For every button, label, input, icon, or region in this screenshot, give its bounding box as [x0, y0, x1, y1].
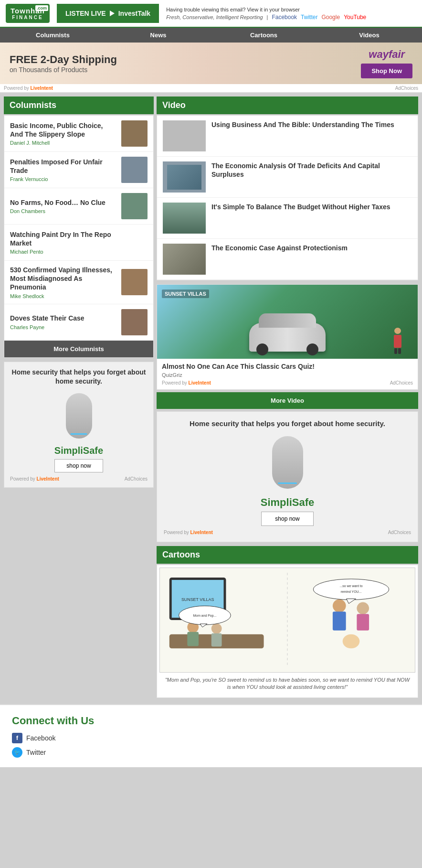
columnist-title: 530 Confirmed Vaping Illnesses, Most Mis… [10, 266, 117, 292]
facebook-label: Facebook [26, 734, 55, 742]
shop-now-left-button[interactable]: shop now [54, 459, 103, 472]
shop-now-button[interactable]: Shop Now [361, 64, 412, 78]
cartoon-image[interactable]: SUNSET VILLAS Mom and Pop... [159, 568, 415, 673]
columnist-avatar-empty [121, 229, 148, 256]
video-section: Video Using Business And The Bible: Unde… [157, 96, 418, 280]
columnist-name: Mike Shedlock [10, 293, 117, 299]
powered-by-right: Powered by LiveIntent [164, 530, 213, 535]
right-ad-simpli-safe[interactable]: Home security that helps you forget abou… [157, 411, 418, 542]
columnist-avatar [121, 120, 148, 147]
simpli-safe-headline-left: Home security that helps you forget abou… [10, 368, 148, 386]
google-link[interactable]: Google [321, 14, 340, 21]
video-title-1: Using Business And The Bible: Understand… [211, 120, 394, 129]
columnist-name: Charles Payne [10, 324, 117, 330]
svg-text:SUNSET VILLAS: SUNSET VILLAS [181, 597, 214, 602]
cartoon-box: SUNSET VILLAS Mom and Pop... [157, 565, 418, 698]
nav-columnists[interactable]: Columnists [0, 28, 106, 43]
facebook-connect-item[interactable]: f Facebook [12, 733, 410, 743]
twitter-connect-item[interactable]: 🐦 Twitter [12, 747, 410, 758]
video-item[interactable]: The Economic Case Against Protectionism [157, 239, 418, 280]
play-icon [110, 11, 115, 16]
main-layout: Columnists Basic Income, Public Choice, … [0, 93, 422, 702]
columnist-item[interactable]: Basic Income, Public Choice, And The Sli… [4, 116, 153, 152]
video-title-2: The Economic Analysis Of Trade Deficits … [211, 161, 412, 179]
simpli-safe-brand-left: SimpliSafe [54, 445, 103, 456]
video-thumb-1 [163, 120, 206, 151]
nav-cartoons[interactable]: Cartoons [211, 28, 316, 43]
columnist-avatar [121, 269, 148, 295]
header: .com Townhall FINANCE LISTEN LIVE Invest… [0, 0, 422, 28]
svg-text:...so we want to: ...so we want to [340, 584, 363, 588]
twitter-icon: 🐦 [12, 747, 22, 758]
columnist-item[interactable]: No Farms, No Food… No Clue Don Chambers [4, 188, 153, 225]
shop-now-right-button[interactable]: shop now [261, 512, 313, 526]
quiz-image: SUNSET VILLAS [157, 285, 418, 359]
twitter-label: Twitter [26, 749, 46, 756]
connect-section: Connect with Us f Facebook 🐦 Twitter [0, 704, 422, 767]
nav-news[interactable]: News [106, 28, 211, 43]
banner-ad: FREE 2-Day Shipping on Thousands of Prod… [0, 43, 422, 84]
logo[interactable]: .com Townhall FINANCE [6, 4, 50, 23]
columnist-text: Basic Income, Public Choice, And The Sli… [10, 121, 121, 146]
quiz-source: QuizGriz [162, 372, 413, 378]
invest-talk-label: InvestTalk [118, 10, 150, 17]
columnist-name: Frank Vernuccio [10, 176, 117, 182]
columnist-text: 530 Confirmed Vaping Illnesses, Most Mis… [10, 266, 121, 299]
columnist-text: Penalties Imposed For Unfair Trade Frank… [10, 158, 121, 182]
columnist-avatar [121, 157, 148, 183]
video-box: Using Business And The Bible: Understand… [157, 115, 418, 280]
cartoon-caption: "Mom and Pop, you're SO sweet to remind … [159, 673, 415, 695]
simpli-safe-brand-right: SimpliSafe [261, 496, 314, 509]
columnist-name: Michael Pento [10, 249, 117, 255]
banner-ad-text: FREE 2-Day Shipping on Thousands of Prod… [10, 54, 117, 74]
cartoons-header: Cartoons [157, 546, 418, 564]
svg-rect-8 [211, 633, 222, 647]
columnist-title: Doves State Their Case [10, 314, 117, 322]
video-thumb-4 [163, 244, 206, 275]
youtube-link[interactable]: YouTube [344, 14, 366, 21]
quiz-ad[interactable]: SUNSET VILLAS Almost [157, 284, 418, 390]
trouble-text: Having trouble viewing this email? View … [166, 7, 416, 12]
right-column: Video Using Business And The Bible: Unde… [155, 95, 420, 699]
left-ad-simpli-safe[interactable]: Home security that helps you forget abou… [4, 362, 154, 488]
video-title-4: The Economic Case Against Protectionism [211, 244, 348, 252]
banner-line2: on Thousands of Products [10, 66, 117, 74]
columnist-name: Daniel J. Mitchell [10, 140, 117, 146]
more-columnists-button[interactable]: More Columnists [4, 341, 153, 357]
video-item[interactable]: Using Business And The Bible: Understand… [157, 116, 418, 157]
listen-live-button[interactable]: LISTEN LIVE InvestTalk [57, 4, 159, 23]
ad-choices-left: AdChoices [125, 476, 148, 482]
video-thumb-2 [163, 161, 206, 193]
tagline-sep: | [267, 14, 268, 20]
facebook-icon: f [12, 733, 22, 743]
svg-rect-13 [333, 611, 346, 631]
svg-point-7 [211, 623, 222, 634]
video-item[interactable]: It's Simple To Balance The Budget Withou… [157, 198, 418, 239]
svg-point-14 [357, 602, 369, 614]
facebook-link[interactable]: Facebook [272, 14, 297, 21]
tagline: Fresh, Conservative, Intelligent Reporti… [166, 14, 263, 20]
quiz-powered-by: Powered by LiveIntent [162, 380, 211, 386]
svg-rect-6 [187, 632, 199, 646]
more-video-button[interactable]: More Video [157, 392, 418, 409]
quiz-liveintent-logo: LiveIntent [189, 380, 211, 386]
banner-line1: FREE 2-Day Shipping [10, 54, 117, 66]
logo-com: .com [35, 5, 48, 11]
columnist-item[interactable]: Penalties Imposed For Unfair Trade Frank… [4, 152, 153, 188]
columnist-item[interactable]: 530 Confirmed Vaping Illnesses, Most Mis… [4, 261, 153, 304]
columnists-section: Columnists Basic Income, Public Choice, … [4, 96, 154, 358]
quiz-title: Almost No One Can Ace This Classic Cars … [162, 363, 413, 370]
twitter-link[interactable]: Twitter [301, 14, 317, 21]
svg-text:remind YOU...: remind YOU... [341, 590, 362, 593]
nav-videos[interactable]: Videos [316, 28, 422, 43]
cartoons-section: Cartoons SUNSET VILLAS [157, 546, 418, 698]
svg-rect-15 [357, 614, 369, 631]
powered-by-left: Powered by LiveIntent [10, 476, 59, 482]
columnist-item[interactable]: Watching Paint Dry In The Repo Market Mi… [4, 225, 153, 261]
quiz-ad-choices: AdChoices [390, 380, 413, 386]
columnist-title: Penalties Imposed For Unfair Trade [10, 158, 117, 175]
columnist-item[interactable]: Doves State Their Case Charles Payne [4, 304, 153, 341]
svg-point-12 [333, 599, 346, 612]
columnist-name: Don Chambers [10, 208, 117, 214]
video-item[interactable]: The Economic Analysis Of Trade Deficits … [157, 157, 418, 198]
